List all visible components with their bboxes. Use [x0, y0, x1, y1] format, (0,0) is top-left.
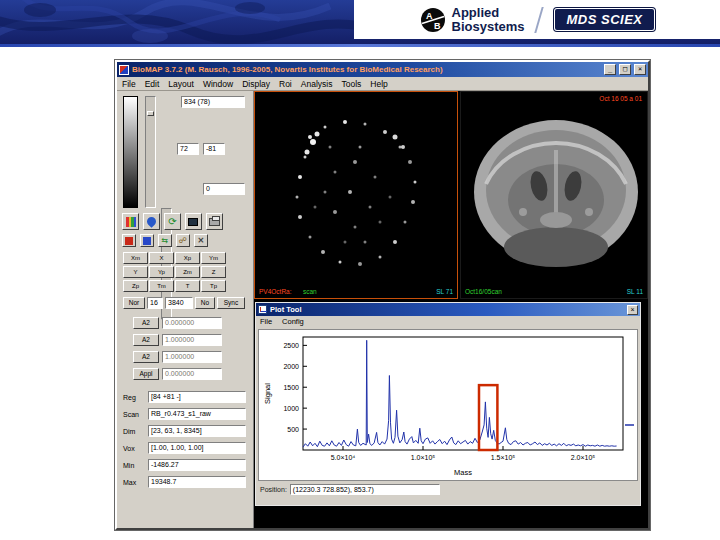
mds-sciex-logo: MDS SCIEX [554, 8, 654, 31]
scale-row-4: Appl 0.000000 [133, 368, 222, 380]
control-panel: 834 (78) 72 -81 0 ⟳ ⇆ ☍ ✕ [117, 91, 254, 528]
minimize-button[interactable]: _ [604, 64, 616, 75]
apply-button[interactable]: Appl [133, 368, 159, 380]
nav-button-x[interactable]: X [149, 252, 174, 264]
scale-value-3[interactable]: 1.000000 [162, 351, 222, 363]
mri-image-panel[interactable]: Oct 16 05 a 01 Oct16/05can SL 11 [460, 91, 648, 299]
display-button[interactable] [185, 213, 202, 230]
ab-circle-icon: A B [420, 7, 446, 33]
scale-value-1[interactable]: 0.000000 [162, 317, 222, 329]
nav-button-y[interactable]: Y [123, 266, 148, 278]
plot-tool-window: Plot Tool × File Config 5001000150020002… [255, 302, 641, 506]
mri-slice-label: SL 11 [627, 288, 643, 295]
vox-row: Vox [1.00, 1.00, 1.00] [123, 442, 246, 454]
logo-separator [535, 7, 544, 33]
titlebar[interactable]: BioMAP 3.7.2 (M. Rausch, 1996-2005, Nova… [117, 62, 648, 77]
vox-field[interactable]: [1.00, 1.00, 1.00] [148, 442, 246, 454]
swap-button[interactable]: ⇆ [158, 234, 172, 247]
plot-titlebar[interactable]: Plot Tool × [256, 303, 640, 316]
nav-button-xp[interactable]: Xp [175, 252, 200, 264]
nav-button-zp[interactable]: Zp [123, 280, 148, 292]
scale-value-2[interactable]: 1.000000 [162, 334, 222, 346]
slider2-value-field[interactable]: -81 [203, 143, 225, 155]
sync-row: Nor 16 3840 No Sync [123, 297, 245, 309]
plot-menubar: File Config [256, 316, 640, 327]
max-field[interactable]: 19348.7 [148, 476, 246, 488]
sync-button[interactable]: Sync [217, 297, 245, 309]
grayscale-colorbar [123, 96, 138, 208]
level-value-field[interactable]: 834 (78) [181, 96, 245, 108]
app-icon [119, 65, 129, 75]
display-icon [188, 218, 198, 226]
svg-text:Signal: Signal [263, 383, 272, 404]
min-row: Min -1486.27 [123, 459, 246, 471]
dim-field[interactable]: [23, 63, 1, 8345] [148, 425, 246, 437]
delete-button[interactable]: ✕ [194, 234, 208, 247]
reg-field[interactable]: [84 +81 -] [148, 391, 246, 403]
a2-button-1[interactable]: A2 [133, 317, 159, 329]
colormap-button[interactable] [122, 213, 139, 230]
blue-channel-button[interactable] [140, 234, 154, 247]
banner-leaf-pattern [0, 0, 360, 44]
nav-button-ym[interactable]: Ym [201, 252, 226, 264]
plot-menu-config[interactable]: Config [282, 317, 304, 326]
menu-window[interactable]: Window [203, 79, 233, 89]
viewer-area: PV4OctRa: scan SL 71 [254, 91, 648, 528]
bits-field[interactable]: 16 [147, 297, 163, 309]
vox-label: Vox [123, 445, 145, 452]
a2-button-3[interactable]: A2 [133, 351, 159, 363]
close-button[interactable]: × [634, 64, 646, 75]
nav-button-tp[interactable]: Tp [201, 280, 226, 292]
menubar: File Edit Layout Window Display Roi Anal… [117, 77, 648, 91]
print-button[interactable] [206, 213, 223, 230]
menu-layout[interactable]: Layout [168, 79, 194, 89]
offset-value-field[interactable]: 0 [203, 183, 245, 195]
window-level-slider[interactable] [145, 96, 156, 208]
menu-help[interactable]: Help [370, 79, 387, 89]
images-row: PV4OctRa: scan SL 71 [254, 91, 648, 299]
pet-scan-image [255, 92, 457, 296]
pet-image-panel[interactable]: PV4OctRa: scan SL 71 [254, 91, 458, 299]
tool-row-1: ⟳ [122, 213, 225, 230]
refresh-button[interactable]: ⟳ [164, 213, 181, 230]
no-button[interactable]: No [195, 297, 215, 309]
svg-text:1.5×10⁵: 1.5×10⁵ [491, 454, 516, 461]
slider1-value-field[interactable]: 72 [177, 143, 199, 155]
mri-scan-name-label: Oct16/05can [465, 288, 502, 295]
red-channel-button[interactable] [122, 234, 136, 247]
menu-edit[interactable]: Edit [145, 79, 160, 89]
maximize-button[interactable]: □ [619, 64, 631, 75]
min-label: Min [123, 462, 145, 469]
plot-canvas[interactable]: 50010001500200025005.0×10⁴1.0×10⁵1.5×10⁵… [258, 329, 638, 481]
menu-analysis[interactable]: Analysis [301, 79, 333, 89]
nav-button-zm[interactable]: Zm [175, 266, 200, 278]
paint-button[interactable] [143, 213, 160, 230]
scan-field[interactable]: RB_r0.473_s1_raw [148, 408, 246, 420]
a2-button-2[interactable]: A2 [133, 334, 159, 346]
nav-button-yp[interactable]: Yp [149, 266, 174, 278]
min-field[interactable]: -1486.27 [148, 459, 246, 471]
scale-row-1: A2 0.000000 [133, 317, 222, 329]
colormap-icon [126, 217, 136, 227]
printer-icon [209, 218, 220, 226]
nav-button-z[interactable]: Z [201, 266, 226, 278]
window-title: BioMAP 3.7.2 (M. Rausch, 1996-2005, Nova… [132, 65, 601, 74]
plot-menu-file[interactable]: File [260, 317, 272, 326]
mri-timestamp-label: Oct 16 05 a 01 [599, 95, 642, 102]
scan-label: Scan [123, 411, 145, 418]
scale-value-4[interactable]: 0.000000 [162, 368, 222, 380]
blue-channel-icon [143, 237, 151, 245]
menu-tools[interactable]: Tools [341, 79, 361, 89]
nav-button-t[interactable]: T [175, 280, 200, 292]
menu-file[interactable]: File [122, 79, 136, 89]
nav-button-tm[interactable]: Tm [149, 280, 174, 292]
menu-display[interactable]: Display [242, 79, 270, 89]
delete-x-icon: ✕ [197, 237, 204, 245]
plot-close-button[interactable]: × [627, 305, 638, 315]
link-button[interactable]: ☍ [176, 234, 190, 247]
nor-button[interactable]: Nor [123, 297, 145, 309]
menu-roi[interactable]: Roi [279, 79, 292, 89]
range-field[interactable]: 3840 [165, 297, 193, 309]
pet-scan-id-label: PV4OctRa: [259, 288, 292, 295]
nav-button-xm[interactable]: Xm [123, 252, 148, 264]
